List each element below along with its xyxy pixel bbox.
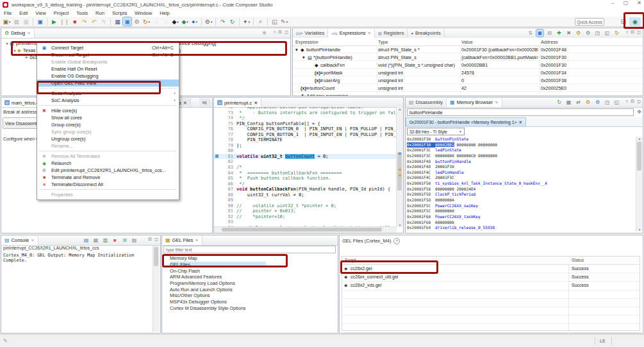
menu-project[interactable]: Project [50, 10, 73, 16]
trace-forward-icon[interactable]: ↷ [219, 17, 227, 26]
asm-step-into-icon[interactable]: ◌ [152, 17, 160, 26]
expression-row[interactable]: ▾◆buttonPinHandlestruct PIN_State_s *0x2… [293, 46, 643, 53]
tab-expressions[interactable]: +xyExpressions✕ [328, 29, 375, 38]
menu-item-terminate-disconnect-all[interactable]: ■Terminate/Disconnect All [37, 181, 179, 188]
restart-icon[interactable]: ↻▾ [142, 17, 151, 26]
menu-item-show-all-cores[interactable]: Show all cores [37, 114, 179, 121]
memory-row[interactable]: 0x20001F5CPowerCC26XX_swiKey [407, 203, 636, 209]
memory-row[interactable]: 0x20001F50ti_sysbios_knl_Task_Instance_S… [407, 181, 636, 187]
maximize-view-icon[interactable]: ◻ [154, 237, 158, 242]
flash-icon[interactable]: ◆▾ [171, 17, 179, 26]
minimize-view-icon[interactable]: ⊟ [278, 30, 282, 35]
memory-toolbar-icon[interactable]: ⚙ [584, 99, 591, 106]
menu-item-soc-analysis[interactable]: SoC Analysis› [37, 97, 179, 104]
expressions-toolbar-icon[interactable]: ⇅ [527, 30, 534, 37]
gel-tree-item-cortex-m-disassembly-style-options[interactable]: Cortex M Disassembly Style Options [170, 305, 336, 312]
expressions-toolbar-icon[interactable]: ✖ [565, 30, 572, 37]
menu-item-hide-core-s[interactable]: ✖Hide core(s) [37, 107, 179, 114]
expression-row[interactable]: (x)=userArgunsigned int00x20001F38 [293, 76, 643, 84]
asm-step-over-icon[interactable]: ◌ [161, 17, 170, 26]
debug-toolbar-icon[interactable]: ✱ [261, 30, 268, 37]
editor-vertical-scrollbar[interactable]: ▲▼ [396, 107, 403, 227]
help-icon[interactable]: ? [393, 238, 400, 244]
menu-edit[interactable]: Edit [15, 10, 31, 16]
gel-tree-item-msp43x-debugger-options[interactable]: MSP43x Debugger Options [170, 299, 336, 305]
close-icon[interactable]: ✕ [195, 238, 198, 243]
menu-help[interactable]: Help [156, 10, 174, 16]
memory-row[interactable]: 0x20001F4CledPinHandle [407, 170, 636, 176]
console-scrollbar[interactable] [153, 246, 160, 332]
memory-toolbar-icon[interactable]: ⇄ [575, 99, 582, 106]
close-icon[interactable]: ✕ [518, 120, 522, 125]
memory-row[interactable]: 0x20001F5C00000000 [407, 208, 636, 214]
menu-tools[interactable]: Tools [72, 10, 92, 16]
menu-item-enable-os-debugging[interactable]: Enable OS Debugging [37, 72, 179, 80]
close-icon[interactable]: ✕ [495, 100, 498, 105]
tab-gel-files[interactable]: ▦ GEL Files ✕ [162, 236, 202, 245]
tab-mj[interactable]: Mj [199, 98, 210, 107]
memory-toolbar-icon[interactable]: ◱ [613, 99, 620, 106]
gear-icon[interactable]: ⚙▾ [204, 17, 213, 26]
menu-item-relaunch[interactable]: ◉Relaunch [37, 160, 179, 167]
memory-toolbar-icon[interactable]: ▦ [565, 99, 572, 106]
console-toolbar-icon[interactable]: ⊞ [121, 237, 128, 244]
expressions-toolbar-icon[interactable]: ⚙ [575, 30, 582, 37]
tab-memory-browser[interactable]: ▦Memory Browser✕ [447, 98, 502, 107]
expressions-toolbar-icon[interactable]: ◳ [594, 30, 601, 37]
memory-grid[interactable]: 0x20001F30buttonPinState0x20001F3000002B… [407, 137, 636, 232]
connect-target-icon[interactable]: ▣ [123, 17, 131, 26]
tab-console[interactable]: ▤ Console ✕ [1, 236, 38, 245]
maximize-button[interactable]: ▢ [623, 0, 629, 6]
tab-registers[interactable]: ▥Registers [375, 29, 408, 38]
memory-row[interactable]: 0x20001F60PowerCC26XX_taskKey [407, 214, 636, 220]
minimize-view-icon[interactable]: ⊟ [148, 237, 152, 242]
boot-icon[interactable]: ◆▾ [181, 17, 189, 26]
tree-expander-icon[interactable]: ▾ [295, 47, 298, 53]
close-icon[interactable]: ✕ [183, 100, 187, 106]
view-memory-icon[interactable]: ▦ [113, 17, 122, 26]
menu-item-edit-pininterrupt-cc26x2r1-launchxl-tirtos-ccs[interactable]: ⚙Edit pinInterrupt_CC26X2R1_LAUNCHXL_tir… [37, 167, 179, 174]
close-icon[interactable]: ✕ [31, 238, 34, 243]
step-into-icon[interactable]: ↷ [80, 17, 88, 26]
window-layout-icon[interactable]: ◱ [270, 17, 279, 26]
tree-expander-icon[interactable]: ▾ [302, 55, 305, 60]
expressions-toolbar-icon[interactable]: ⊟ [546, 30, 553, 37]
gel-tree-item-program-memory-load-options[interactable]: Program/Memory Load Options [170, 280, 336, 287]
minimize-view-icon[interactable]: ⊟ [631, 99, 634, 104]
memory-row[interactable]: 0x20001F4C20001F3C [407, 175, 636, 181]
memory-row[interactable]: 0x20001F4820001F30 [407, 164, 636, 170]
tab-debug[interactable]: ⚙ Debug ✕ [1, 29, 35, 38]
gel-script-row[interactable]: ◈cc26x2_xds.gelSuccess [342, 282, 640, 290]
console-toolbar-icon[interactable]: ▦ [92, 237, 99, 244]
menu-item-ungroup-core-s[interactable]: Ungroup core(s) [37, 135, 179, 142]
build-icon[interactable]: ✦▾ [242, 17, 251, 26]
memory-rendering-tab[interactable]: 0x20001F30 - buttonPinHandle <Memory Ren… [406, 117, 526, 126]
expressions-toolbar-icon[interactable]: ↻ [613, 30, 620, 37]
column-header-value[interactable]: Value [461, 39, 473, 45]
gel-filter-input[interactable] [163, 246, 336, 253]
minimize-view-icon[interactable]: ⊟ [631, 30, 634, 35]
close-icon[interactable]: ✕ [254, 100, 258, 106]
step-return-icon[interactable]: ↰ [99, 17, 108, 26]
memory-vertical-scrollbar[interactable]: ▲▼ [636, 137, 643, 232]
menu-view[interactable]: View [31, 10, 49, 16]
new-file-icon[interactable]: ▣▾ [3, 17, 11, 26]
step-over-icon[interactable]: ↶ [90, 17, 98, 26]
suspend-icon[interactable]: ❙❙ [60, 17, 69, 26]
memory-row[interactable]: 0x20001F580000000A [407, 198, 636, 203]
memory-row[interactable]: 0x20001F58ClockP_tickPeriod [407, 192, 636, 198]
menu-window[interactable]: Window [131, 10, 156, 16]
memory-row[interactable]: 0x20001F3CledPinState [407, 148, 636, 153]
gel-script-row[interactable]: ◈cc26xx_connect_util.gelSuccess [342, 273, 640, 282]
memory-row[interactable]: 0x20001F5000000000 200024E4 [407, 187, 636, 192]
tab-variables[interactable]: (x)=Variables [293, 29, 328, 38]
tab-disassembly[interactable]: ▤Disassembly [406, 98, 447, 107]
save-icon[interactable]: ▦ [12, 17, 21, 26]
highlight-tool-icon[interactable]: ✎▾ [280, 17, 288, 26]
expression-row[interactable]: ▾▤*(buttonPinHandle)struct PIN_State_s{c… [293, 53, 643, 61]
gel-tree-item-misc-other-options[interactable]: Misc/Other Options [170, 292, 336, 299]
memory-toolbar-icon[interactable]: ◳ [604, 99, 611, 106]
column-header-address[interactable]: Address [541, 39, 557, 45]
resume-icon[interactable]: ▶ [50, 17, 58, 26]
tab-pininterrupt-c[interactable]: c pinInterrupt.c ✕ [214, 98, 261, 107]
